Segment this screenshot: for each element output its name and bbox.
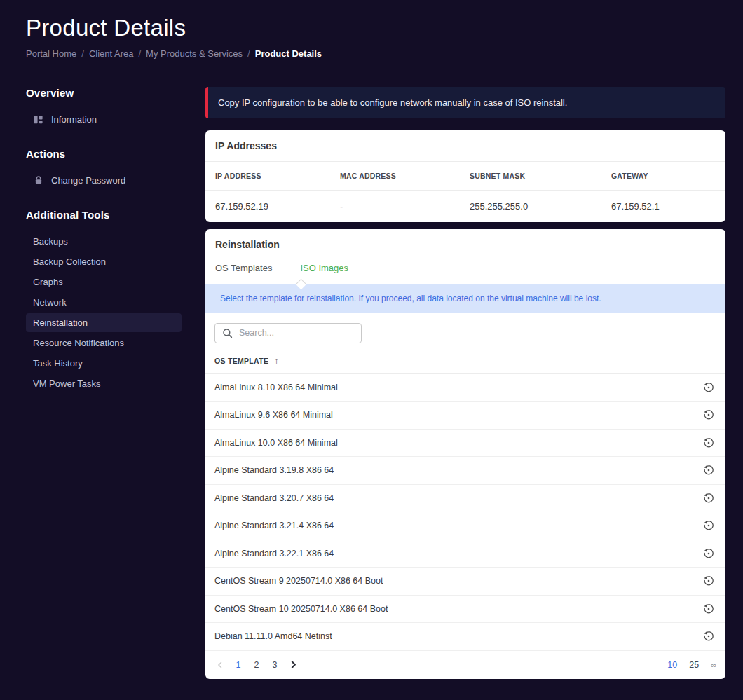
restore-icon (702, 464, 715, 476)
sidebar-item-backups[interactable]: Backups (26, 232, 182, 251)
restore-icon (702, 519, 715, 532)
reinstall-button[interactable] (701, 601, 716, 617)
reinstall-button[interactable] (701, 435, 716, 451)
list-item: Alpine Standard 3.22.1 X86 64 (205, 540, 725, 568)
breadcrumb-current: Product Details (255, 48, 322, 59)
ip-table-header: IP ADDRESS MAC ADDRESS SUBNET MASK GATEW… (205, 162, 725, 191)
restore-icon (702, 575, 715, 587)
page-number-button[interactable]: 2 (251, 660, 262, 670)
reinstall-button[interactable] (701, 629, 716, 644)
list-header: OS TEMPLATE ↑ (205, 343, 725, 374)
reinstall-button[interactable] (701, 573, 716, 589)
os-template-name: CentOS Stream 9 20250714.0 X86 64 Boot (214, 576, 383, 586)
column-subnet-mask: SUBNET MASK (470, 162, 611, 190)
sidebar-item-label: Resource Notifications (33, 338, 124, 348)
ip-addresses-title: IP Addresses (205, 130, 725, 162)
sidebar-heading-additional-tools: Additional Tools (26, 209, 182, 221)
breadcrumb-separator: / (138, 48, 141, 59)
ip-addresses-card: IP Addresses IP ADDRESS MAC ADDRESS SUBN… (205, 130, 725, 222)
restore-icon (702, 381, 715, 394)
reinstall-button[interactable] (701, 518, 716, 533)
restore-icon (702, 603, 715, 615)
os-template-column-label[interactable]: OS TEMPLATE (214, 357, 268, 365)
reinstall-button[interactable] (701, 546, 716, 561)
reinstall-info-alert-text: Select the template for reinstallation. … (220, 294, 601, 303)
sort-ascending-icon[interactable]: ↑ (274, 357, 279, 364)
sidebar-section-overview: Overview Information (26, 87, 182, 129)
sidebar-item-label: Backup Collection (33, 256, 106, 267)
chevron-left-icon (216, 661, 224, 669)
page-number-button[interactable]: 1 (233, 660, 244, 670)
sidebar-item-graphs[interactable]: Graphs (26, 273, 182, 291)
reinstallation-title: Reinstallation (205, 229, 725, 260)
sidebar-heading-overview: Overview (26, 87, 182, 99)
page-number-button[interactable]: 3 (269, 660, 280, 670)
sidebar-item-information[interactable]: Information (26, 110, 182, 129)
next-page-button[interactable] (287, 660, 299, 669)
list-item: AlmaLinux 8.10 X86 64 Minimal (205, 374, 725, 402)
breadcrumb-portal-home[interactable]: Portal Home (26, 48, 76, 59)
os-template-name: AlmaLinux 8.10 X86 64 Minimal (214, 383, 338, 392)
sidebar-item-backup-collection[interactable]: Backup Collection (26, 252, 182, 271)
os-template-name: CentOS Stream 10 20250714.0 X86 64 Boot (214, 604, 388, 614)
sidebar-item-vm-power-tasks[interactable]: VM Power Tasks (26, 374, 182, 393)
list-item: CentOS Stream 10 20250714.0 X86 64 Boot (205, 596, 725, 624)
sidebar-item-change-password[interactable]: Change Password (26, 171, 182, 190)
os-template-name: Alpine Standard 3.22.1 X86 64 (214, 549, 334, 558)
list-item: Alpine Standard 3.19.8 X86 64 (205, 457, 725, 485)
search-box[interactable] (214, 323, 362, 343)
sidebar-item-reinstallation[interactable]: Reinstallation (26, 313, 182, 332)
gateway-value: 67.159.52.1 (611, 191, 716, 222)
dashboard-icon (33, 114, 43, 125)
main-content: Copy IP configuration to be able to conf… (205, 87, 725, 679)
os-template-name: Alpine Standard 3.21.4 X86 64 (214, 521, 334, 530)
breadcrumb: Portal Home / Client Area / My Products … (26, 48, 725, 59)
pagination: 1 2 3 10 25 ∞ (205, 651, 725, 679)
mac-address-value: - (340, 191, 470, 222)
os-template-name: AlmaLinux 9.6 X86 64 Minimal (214, 410, 333, 420)
list-item: CentOS Stream 9 20250714.0 X86 64 Boot (205, 568, 725, 596)
breadcrumb-my-products[interactable]: My Products & Services (146, 48, 243, 59)
restore-icon (702, 437, 715, 449)
list-controls (205, 313, 725, 343)
sidebar-item-network[interactable]: Network (26, 293, 182, 312)
column-gateway: GATEWAY (611, 162, 716, 190)
sidebar-item-resource-notifications[interactable]: Resource Notifications (26, 334, 182, 352)
sidebar-section-additional-tools: Additional Tools Backups Backup Collecti… (26, 209, 182, 393)
os-template-list: AlmaLinux 8.10 X86 64 Minimal AlmaLinux … (205, 374, 725, 651)
reinstall-info-alert: Select the template for reinstallation. … (205, 284, 725, 313)
reinstall-button[interactable] (701, 490, 716, 506)
ip-copy-alert: Copy IP configuration to be able to conf… (205, 87, 725, 118)
page-size-10-button[interactable]: 10 (667, 660, 677, 670)
page-size-selector: 10 25 ∞ (667, 660, 716, 670)
sidebar-item-task-history[interactable]: Task History (26, 354, 182, 373)
reinstallation-card: Reinstallation OS Templates ISO Images S… (205, 229, 725, 679)
os-template-name: Debian 11.11.0 Amd64 Netinst (214, 631, 332, 641)
page-size-25-button[interactable]: 25 (689, 660, 699, 670)
breadcrumb-client-area[interactable]: Client Area (89, 48, 134, 59)
table-row: 67.159.52.19 - 255.255.255.0 67.159.52.1 (205, 191, 725, 222)
tab-os-templates[interactable]: OS Templates (215, 263, 272, 284)
column-mac-address: MAC ADDRESS (340, 162, 470, 190)
tab-iso-images[interactable]: ISO Images (300, 263, 348, 284)
reinstall-button[interactable] (701, 462, 716, 478)
restore-icon (702, 492, 715, 505)
sidebar-heading-actions: Actions (26, 148, 182, 160)
ip-address-value: 67.159.52.19 (215, 191, 340, 222)
sidebar-item-label: Reinstallation (33, 317, 88, 328)
column-ip-address: IP ADDRESS (215, 162, 340, 190)
page-size-all-button[interactable]: ∞ (711, 661, 716, 669)
sidebar-item-label: Task History (33, 358, 83, 369)
sidebar-item-label: VM Power Tasks (33, 378, 101, 389)
list-item: AlmaLinux 10.0 X86 64 Minimal (205, 430, 725, 458)
page: Product Details Portal Home / Client Are… (0, 0, 743, 679)
reinstall-button[interactable] (701, 380, 716, 395)
os-template-name: AlmaLinux 10.0 X86 64 Minimal (214, 438, 338, 448)
reinstallation-tabs: OS Templates ISO Images (205, 260, 725, 284)
reinstall-button[interactable] (701, 407, 716, 423)
search-input[interactable] (239, 328, 354, 338)
lock-icon (33, 175, 43, 185)
list-item: Debian 11.11.0 Amd64 Netinst (205, 623, 725, 651)
previous-page-button[interactable] (214, 661, 226, 669)
sidebar-item-label: Network (33, 297, 67, 308)
